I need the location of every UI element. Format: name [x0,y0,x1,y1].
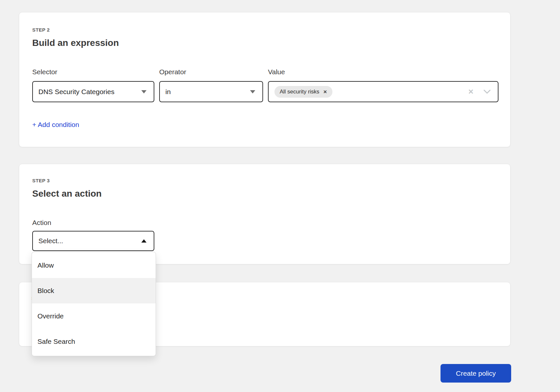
step3-title: Select an action [32,189,102,199]
operator-label: Operator [159,68,186,76]
step3-label: STEP 3 [32,178,50,183]
step2-title: Build an expression [32,38,119,48]
selector-dropdown[interactable]: DNS Security Categories [32,81,154,102]
selector-value: DNS Security Categories [33,88,141,96]
value-tag: All security risks ✕ [274,86,332,98]
add-condition-link[interactable]: + Add condition [32,121,79,129]
action-dropdown-menu: Allow Block Override Safe Search [32,252,156,356]
chevron-down-icon [250,90,255,93]
action-option-safe-search[interactable]: Safe Search [32,329,156,354]
step3-card: STEP 3 Select an action Action Select... [19,164,511,264]
step2-card: STEP 2 Build an expression Selector Oper… [19,12,511,147]
remove-tag-icon[interactable]: ✕ [323,90,327,94]
chevron-down-icon [141,90,147,93]
step2-label: STEP 2 [32,27,50,33]
value-multiselect[interactable]: All security risks ✕ ✕ [268,81,498,102]
policy-builder-page: STEP 2 Build an expression Selector Oper… [0,0,560,392]
operator-value: in [160,88,250,96]
value-label: Value [268,68,285,76]
chevron-up-icon [141,239,147,243]
action-select[interactable]: Select... [32,231,154,251]
selector-label: Selector [32,68,57,76]
action-option-allow[interactable]: Allow [32,253,156,278]
action-option-override[interactable]: Override [32,303,156,329]
operator-dropdown[interactable]: in [159,81,263,102]
chevron-down-icon[interactable] [483,90,491,94]
action-label: Action [32,219,51,227]
create-policy-button[interactable]: Create policy [441,364,511,383]
action-option-block[interactable]: Block [32,278,156,303]
clear-value-icon[interactable]: ✕ [468,88,474,95]
action-select-placeholder: Select... [33,237,141,245]
value-tag-label: All security risks [280,89,319,95]
